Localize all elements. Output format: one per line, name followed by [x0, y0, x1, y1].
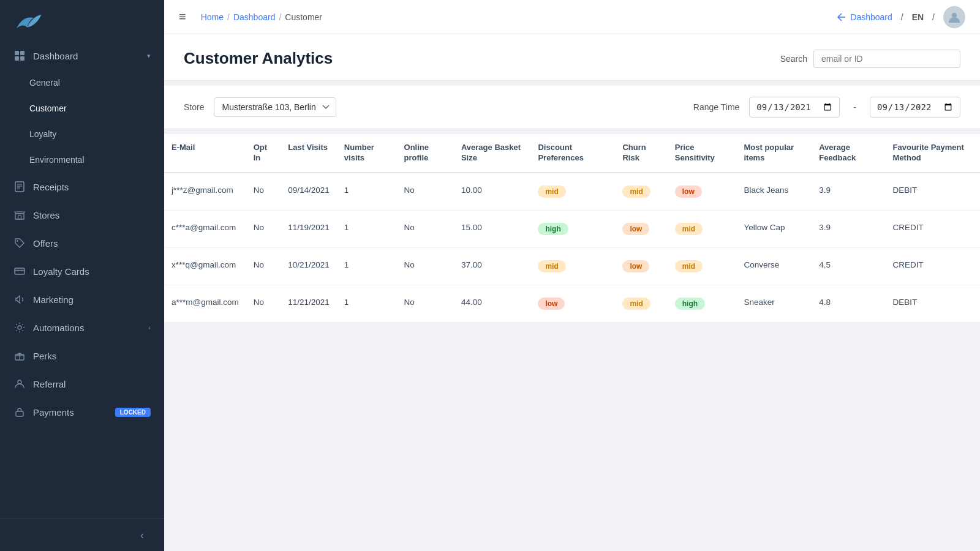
main-content: ≡ Home / Dashboard / Customer Dashboard …	[164, 0, 980, 551]
cell-avg-feedback: 4.8	[812, 285, 885, 322]
cell-popular-items: Converse	[736, 247, 812, 285]
gift-icon	[13, 350, 26, 362]
breadcrumb-dashboard[interactable]: Dashboard	[233, 12, 276, 22]
sidebar-item-label: General	[29, 78, 151, 88]
sidebar-item-stores[interactable]: Stores	[0, 201, 164, 229]
cell-opt-in: No	[246, 173, 281, 211]
sidebar-item-dashboard[interactable]: Dashboard ▾	[0, 42, 164, 70]
table-body: j***z@gmail.com No 09/14/2021 1 No 10.00…	[164, 173, 980, 323]
date-to-input[interactable]	[870, 97, 960, 118]
cell-payment-method: CREDIT	[886, 247, 980, 285]
sidebar-item-label: Offers	[33, 238, 151, 249]
dashboard-link[interactable]: Dashboard	[837, 12, 892, 22]
table-wrapper[interactable]: E-Mail Opt In Last Visits Number visits …	[164, 134, 980, 323]
person-icon	[13, 378, 26, 390]
price-badge: low	[675, 186, 702, 198]
col-payment-method: Favourite Payment Method	[886, 134, 980, 173]
breadcrumb: Home / Dashboard / Customer	[201, 12, 829, 22]
sidebar-item-environmental[interactable]: Environmental	[0, 147, 164, 173]
cell-payment-method: DEBIT	[886, 285, 980, 322]
sidebar-item-loyalty[interactable]: Loyalty	[0, 121, 164, 147]
topbar: ≡ Home / Dashboard / Customer Dashboard …	[164, 0, 980, 34]
cell-price-sensitivity: low	[668, 173, 737, 211]
sidebar-item-perks[interactable]: Perks	[0, 342, 164, 370]
svg-point-18	[952, 13, 957, 18]
cell-churn-risk: low	[615, 247, 667, 285]
churn-badge: low	[622, 223, 649, 235]
cell-opt-in: No	[246, 247, 281, 285]
col-discount-pref: Discount Preferences	[530, 134, 615, 173]
store-select[interactable]: Musterstraße 103, Berlin	[214, 97, 336, 117]
date-from-input[interactable]	[749, 97, 840, 118]
cell-number-visits: 1	[337, 210, 397, 247]
lock-icon	[13, 406, 26, 418]
svg-point-9	[17, 240, 18, 241]
grid-icon	[13, 50, 26, 62]
sidebar: Dashboard ▾ General Customer Loyalty Env…	[0, 0, 164, 551]
search-input[interactable]	[813, 50, 960, 68]
table-row[interactable]: j***z@gmail.com No 09/14/2021 1 No 10.00…	[164, 173, 980, 211]
svg-rect-17	[16, 411, 23, 416]
sidebar-collapse-button[interactable]: ‹	[134, 527, 151, 544]
cell-payment-method: CREDIT	[886, 210, 980, 247]
sidebar-item-automations[interactable]: Automations ‹	[0, 313, 164, 342]
sidebar-navigation: Dashboard ▾ General Customer Loyalty Env…	[0, 42, 164, 519]
sidebar-item-payments[interactable]: Payments Locked	[0, 398, 164, 426]
sidebar-item-label: Automations	[33, 323, 141, 333]
col-avg-feedback: Average Feedback	[812, 134, 885, 173]
cell-avg-basket: 37.00	[454, 247, 530, 285]
sidebar-item-label: Marketing	[33, 294, 151, 305]
breadcrumb-home[interactable]: Home	[201, 12, 224, 22]
cell-price-sensitivity: mid	[668, 210, 737, 247]
cell-discount-pref: high	[530, 210, 615, 247]
sidebar-item-label: Perks	[33, 351, 151, 361]
menu-toggle-button[interactable]: ≡	[179, 10, 186, 24]
sidebar-item-general[interactable]: General	[0, 70, 164, 96]
svg-rect-0	[15, 51, 19, 55]
logo-icon	[12, 11, 44, 33]
sidebar-item-offers[interactable]: Offers	[0, 229, 164, 257]
filter-bar: Store Musterstraße 103, Berlin Range Tim…	[164, 86, 980, 129]
sidebar-item-loyalty-cards[interactable]: Loyalty Cards	[0, 257, 164, 285]
sidebar-item-customer[interactable]: Customer	[0, 96, 164, 121]
cell-last-visits: 10/21/2021	[281, 247, 337, 285]
col-opt-in: Opt In	[246, 134, 281, 173]
receipt-icon	[13, 181, 26, 193]
table-row[interactable]: a***m@gmail.com No 11/21/2021 1 No 44.00…	[164, 285, 980, 322]
topbar-right: Dashboard / EN /	[837, 6, 965, 28]
cell-popular-items: Black Jeans	[736, 173, 812, 211]
cell-avg-basket: 10.00	[454, 173, 530, 211]
cell-discount-pref: mid	[530, 173, 615, 211]
cell-online-profile: No	[397, 247, 454, 285]
language-selector[interactable]: EN	[912, 12, 924, 22]
cell-online-profile: No	[397, 210, 454, 247]
content-area: Customer Analytics Search Store Musterst…	[164, 34, 980, 551]
store-icon	[13, 209, 26, 221]
sidebar-item-marketing[interactable]: Marketing	[0, 285, 164, 313]
sidebar-item-referral[interactable]: Referral	[0, 370, 164, 398]
sidebar-item-label: Dashboard	[33, 51, 140, 61]
col-churn-risk: Churn Risk	[615, 134, 667, 173]
sidebar-item-label: Referral	[33, 379, 151, 389]
col-number-visits: Number visits	[337, 134, 397, 173]
sidebar-item-label: Stores	[33, 210, 151, 220]
cell-last-visits: 09/14/2021	[281, 173, 337, 211]
date-range-separator: -	[853, 102, 856, 112]
cell-opt-in: No	[246, 210, 281, 247]
table-row[interactable]: x***q@gmail.com No 10/21/2021 1 No 37.00…	[164, 247, 980, 285]
price-badge: mid	[675, 223, 703, 235]
cell-popular-items: Sneaker	[736, 285, 812, 322]
table-area: E-Mail Opt In Last Visits Number visits …	[164, 134, 980, 323]
svg-point-16	[18, 380, 21, 384]
page-header: Customer Analytics Search	[164, 34, 980, 81]
megaphone-icon	[13, 293, 26, 305]
cell-price-sensitivity: high	[668, 285, 737, 322]
price-badge: high	[675, 298, 705, 310]
churn-badge: mid	[622, 186, 650, 198]
avatar[interactable]	[943, 6, 965, 28]
sidebar-item-label: Environmental	[29, 155, 151, 165]
svg-rect-2	[15, 56, 19, 61]
store-label: Store	[184, 102, 204, 112]
table-row[interactable]: c***a@gmail.com No 11/19/2021 1 No 15.00…	[164, 210, 980, 247]
sidebar-item-receipts[interactable]: Receipts	[0, 173, 164, 201]
